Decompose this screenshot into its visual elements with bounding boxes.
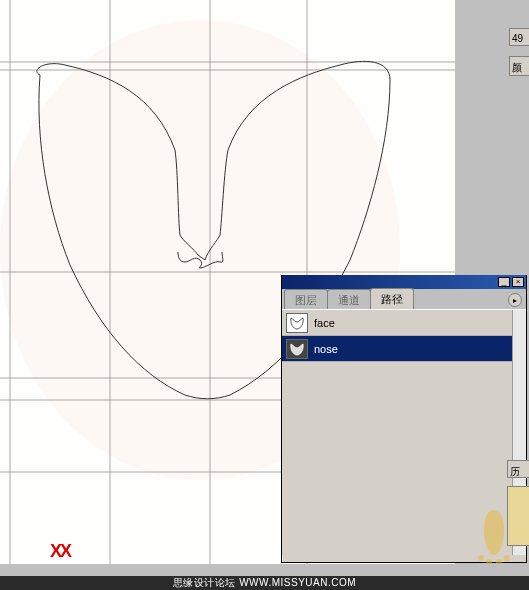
svg-point-13 — [496, 559, 502, 565]
panel-menu-button[interactable]: ▸ — [508, 293, 522, 307]
value-label: 49 — [512, 33, 523, 44]
path-name-label: face — [314, 317, 335, 329]
tab-layers[interactable]: 图层 — [284, 289, 328, 310]
panel-tabs: 图层 通道 路径 ▸ — [282, 289, 526, 309]
svg-point-14 — [504, 555, 510, 561]
partial-panel-color: 颜 — [509, 56, 529, 76]
path-row[interactable]: face — [282, 310, 526, 336]
minimize-button[interactable]: _ — [498, 277, 510, 287]
path-row[interactable]: nose — [282, 336, 526, 362]
path-thumbnail — [286, 339, 308, 359]
partial-panel-value: 49 — [509, 28, 529, 46]
close-button[interactable]: × — [512, 277, 524, 287]
panel-titlebar[interactable]: _ × — [282, 275, 526, 289]
path-thumbnail — [286, 313, 308, 333]
tab-paths[interactable]: 路径 — [370, 288, 414, 309]
path-name-label: nose — [314, 343, 338, 355]
watermark-bar: 思缘设计论坛 WWW.MISSYUAN.COM — [0, 576, 529, 590]
partial-panel-history: 历 — [507, 460, 529, 478]
label: 历 — [510, 466, 520, 477]
svg-point-12 — [486, 559, 492, 565]
label: 颜 — [512, 62, 522, 73]
xx-marker: XX — [50, 541, 70, 562]
logo-watermark — [469, 500, 519, 570]
tab-channels[interactable]: 通道 — [327, 289, 371, 310]
svg-point-11 — [478, 555, 484, 561]
